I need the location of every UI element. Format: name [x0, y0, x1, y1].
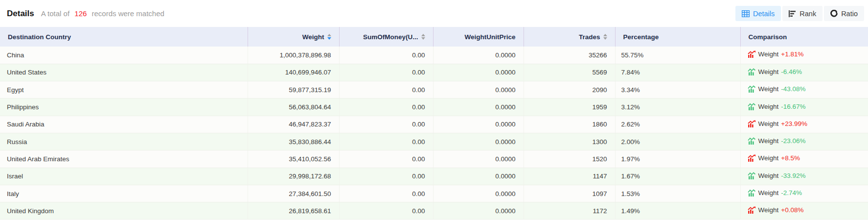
- cell-destination-country: Philippines: [0, 99, 248, 116]
- cell-weight: 29,998,172.68: [248, 168, 339, 185]
- trend-down-chart-icon: [748, 172, 756, 179]
- cell-weight: 56,063,804.64: [248, 99, 339, 116]
- cell-destination-country: United States: [0, 64, 248, 81]
- cell-weight: 27,384,601.50: [248, 185, 339, 202]
- cell-weight-unit-price: 0.0000: [433, 116, 524, 133]
- cell-destination-country: United Kingdom: [0, 202, 248, 220]
- cell-percentage: 55.75%: [615, 47, 740, 64]
- cell-percentage: 3.12%: [615, 99, 740, 116]
- cell-weight-unit-price: 0.0000: [433, 202, 524, 220]
- cell-percentage: 1.67%: [615, 168, 740, 185]
- comparison-indicator: Weight -23.06%: [748, 137, 806, 145]
- trend-down-chart-icon: [748, 189, 756, 197]
- column-header-percentage: Percentage: [615, 27, 740, 47]
- cell-comparison: Weight -6.46%: [740, 64, 868, 81]
- comparison-indicator: Weight -6.46%: [748, 68, 802, 75]
- column-header-trades[interactable]: Trades: [524, 27, 615, 47]
- details-view-button[interactable]: Details: [735, 6, 781, 21]
- view-switch: Details Rank Ratio: [735, 6, 864, 21]
- table-row: United Kingdom 26,819,658.61 0.00 0.0000…: [0, 202, 868, 220]
- column-header-label: WeightUnitPrice: [464, 33, 515, 41]
- sort-icon: [421, 34, 425, 40]
- comparison-value: +8.5%: [781, 154, 800, 162]
- cell-trades: 5569: [524, 64, 615, 81]
- cell-destination-country: Italy: [0, 185, 248, 202]
- comparison-metric-label: Weight: [758, 206, 779, 214]
- table-body: China 1,000,378,896.98 0.00 0.0000 35266…: [0, 47, 868, 220]
- trend-up-chart-icon: [748, 50, 756, 58]
- table-grid-icon: [742, 10, 750, 17]
- cell-weight-unit-price: 0.0000: [433, 64, 524, 81]
- cell-sum-of-money: 0.00: [339, 99, 433, 116]
- trend-up-chart-icon: [748, 120, 756, 127]
- table-row: United States 140,699,946.07 0.00 0.0000…: [0, 64, 868, 81]
- column-header-sumofmoney-u[interactable]: SumOfMoney(U...: [339, 27, 433, 47]
- comparison-metric-label: Weight: [758, 172, 779, 179]
- cell-trades: 35266: [524, 47, 615, 64]
- comparison-value: +23.99%: [781, 120, 807, 127]
- ratio-view-button[interactable]: Ratio: [824, 6, 864, 21]
- column-header-weightunitprice: WeightUnitPrice: [433, 27, 524, 47]
- cell-trades: 1300: [524, 133, 615, 150]
- cell-destination-country: Egypt: [0, 81, 248, 99]
- table-row: United Arab Emirates 35,410,052.56 0.00 …: [0, 150, 868, 168]
- comparison-metric-label: Weight: [758, 50, 779, 58]
- column-header-label: Destination Country: [8, 33, 71, 41]
- cell-weight-unit-price: 0.0000: [433, 99, 524, 116]
- cell-percentage: 3.34%: [615, 81, 740, 99]
- cell-destination-country: United Arab Emirates: [0, 150, 248, 168]
- comparison-value: -16.67%: [781, 103, 805, 110]
- cell-sum-of-money: 0.00: [339, 150, 433, 168]
- table-row: Egypt 59,877,315.19 0.00 0.0000 2090 3.3…: [0, 81, 868, 99]
- cell-sum-of-money: 0.00: [339, 64, 433, 81]
- cell-comparison: Weight -23.06%: [740, 133, 868, 150]
- cell-weight-unit-price: 0.0000: [433, 168, 524, 185]
- cell-percentage: 1.53%: [615, 185, 740, 202]
- cell-weight: 59,877,315.19: [248, 81, 339, 99]
- trend-up-chart-icon: [748, 206, 756, 214]
- results-table: Destination Country Weight SumOfMoney(U.…: [0, 27, 868, 220]
- cell-comparison: Weight +0.08%: [740, 202, 868, 220]
- cell-comparison: Weight -16.67%: [740, 99, 868, 116]
- comparison-metric-label: Weight: [758, 137, 779, 145]
- cell-sum-of-money: 0.00: [339, 185, 433, 202]
- cell-weight: 46,947,823.37: [248, 116, 339, 133]
- cell-destination-country: China: [0, 47, 248, 64]
- comparison-value: -43.08%: [781, 85, 805, 93]
- column-header-label: Comparison: [749, 33, 787, 41]
- column-header-weight[interactable]: Weight: [248, 27, 339, 47]
- cell-sum-of-money: 0.00: [339, 168, 433, 185]
- cell-trades: 1097: [524, 185, 615, 202]
- rank-view-button[interactable]: Rank: [782, 6, 822, 21]
- comparison-metric-label: Weight: [758, 103, 779, 110]
- comparison-indicator: Weight +1.81%: [748, 50, 804, 58]
- cell-trades: 1147: [524, 168, 615, 185]
- column-header-label: Weight: [302, 33, 324, 41]
- cell-trades: 1520: [524, 150, 615, 168]
- cell-sum-of-money: 0.00: [339, 116, 433, 133]
- record-summary: A total of 126 records were matched: [41, 9, 164, 18]
- table-header-row: Destination Country Weight SumOfMoney(U.…: [0, 27, 868, 47]
- column-header-destination-country: Destination Country: [0, 27, 248, 47]
- comparison-value: +1.81%: [781, 50, 803, 58]
- table-row: Saudi Arabia 46,947,823.37 0.00 0.0000 1…: [0, 116, 868, 133]
- comparison-metric-label: Weight: [758, 120, 779, 127]
- table-row: China 1,000,378,896.98 0.00 0.0000 35266…: [0, 47, 868, 64]
- cell-sum-of-money: 0.00: [339, 133, 433, 150]
- comparison-indicator: Weight -2.74%: [748, 189, 802, 197]
- comparison-value: -6.46%: [781, 68, 802, 75]
- cell-weight-unit-price: 0.0000: [433, 133, 524, 150]
- comparison-metric-label: Weight: [758, 154, 779, 162]
- table-row: Philippines 56,063,804.64 0.00 0.0000 19…: [0, 99, 868, 116]
- details-view-label: Details: [753, 10, 775, 18]
- cell-sum-of-money: 0.00: [339, 81, 433, 99]
- cell-trades: 2090: [524, 81, 615, 99]
- sort-icon: [603, 34, 607, 40]
- table-header: Destination Country Weight SumOfMoney(U.…: [0, 27, 868, 47]
- cell-weight: 35,410,052.56: [248, 150, 339, 168]
- comparison-metric-label: Weight: [758, 85, 779, 93]
- donut-chart-icon: [830, 10, 838, 17]
- ratio-view-label: Ratio: [841, 10, 858, 18]
- comparison-indicator: Weight -33.92%: [748, 172, 806, 179]
- trend-up-chart-icon: [748, 154, 756, 162]
